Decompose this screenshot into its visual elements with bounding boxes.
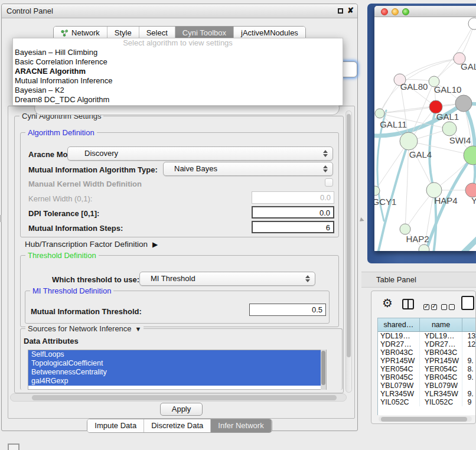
algorithm-list: Bayesian – Hill ClimbingBasic Correlatio…	[13, 48, 343, 105]
node-label-gal: GAL	[461, 61, 476, 71]
network-icon	[61, 30, 69, 37]
bottom-tab-infer-network[interactable]: Infer Network	[211, 419, 271, 432]
attribute-topologicalcoefficient[interactable]: TopologicalCoefficient	[28, 359, 326, 368]
mac-close-button[interactable]	[381, 8, 388, 15]
network-edge[interactable]	[444, 233, 476, 251]
table-panel-bar: Table Panel	[361, 272, 476, 288]
bottom-tab-strip-wrap: Impute DataDiscretize DataInfer Network	[2, 419, 357, 433]
network-node[interactable]	[400, 224, 410, 234]
table-cell: YBR043C	[378, 348, 420, 357]
table-row[interactable]: YBR045CYBR045C9.	[378, 373, 476, 381]
mac-zoom-button[interactable]	[402, 8, 409, 15]
data-attributes-list[interactable]: SelfLoopsTopologicalCoefficientBetweenne…	[28, 350, 327, 390]
tab-label: Style	[115, 28, 132, 37]
which-threshold-label: Which threshold to use:	[52, 275, 139, 284]
window-title: Control Panel	[6, 6, 53, 15]
deselect-checkboxes-icon[interactable]	[441, 302, 457, 312]
node-table: shared…nameA YDL19…YDL19…13YDR27…YDR27…1…	[377, 318, 476, 415]
table-horizontal-scrollbar-thumb[interactable]	[381, 417, 467, 422]
algorithm-option-aracne-algorithm[interactable]: ARACNE Algorithm	[13, 67, 343, 76]
table-cell: YBR045C	[378, 373, 420, 381]
mi-algorithm-type-select[interactable]: Naive Bayes	[163, 162, 333, 176]
aracne-mode-value: Discovery	[84, 149, 118, 158]
table-document-icon[interactable]	[461, 296, 474, 310]
table-row[interactable]: YBL079WYBL079W	[378, 381, 476, 390]
mi-steps-input[interactable]: 6	[252, 221, 334, 233]
node-label-hap4: HAP4	[434, 195, 457, 206]
table-row[interactable]: YPR145WYPR145W9.	[378, 357, 476, 365]
network-edge[interactable]	[434, 24, 474, 81]
spinner-icon	[305, 275, 309, 283]
table-panel: ⚙︎ shared…nameA YDL19…YDL19…13YDR27…YDR2…	[371, 291, 476, 424]
algorithm-option-basic-correlation-inference[interactable]: Basic Correlation Inference	[13, 57, 343, 67]
table-row[interactable]: YDR27…YDR27…12	[378, 340, 476, 348]
spinner-icon	[323, 165, 327, 173]
node-label-gal1: GAL1	[436, 112, 459, 122]
kernel-width-label: Kernel Width (0,1):	[28, 194, 92, 203]
network-node[interactable]	[464, 146, 476, 165]
table-row[interactable]: YIL052CYIL052C9	[378, 398, 476, 406]
node-label-swi4: SWI4	[449, 135, 471, 145]
split-columns-icon[interactable]	[402, 299, 414, 309]
settings-vertical-scrollbar-thumb[interactable]	[347, 114, 351, 357]
mac-minimize-button[interactable]	[392, 8, 399, 15]
column-header-a[interactable]: A	[462, 318, 476, 331]
attribute-betweennesscentrality[interactable]: BetweennessCentrality	[28, 368, 326, 377]
table-cell: YDR27…	[420, 340, 463, 348]
network-node[interactable]	[375, 109, 384, 118]
table-cell: YIL052C	[378, 398, 420, 406]
hub-definition-expander[interactable]: Hub/Transcription Factor Definition	[25, 240, 158, 249]
attribute-gal4rgexp[interactable]: gal4RGexp	[28, 377, 326, 386]
threshold-definition-title: Threshold Definition	[25, 251, 99, 260]
network-node[interactable]	[442, 122, 457, 136]
network-edge[interactable]	[405, 141, 409, 229]
algorithm-option-bayesian-hill-climbing[interactable]: Bayesian – Hill Climbing	[13, 48, 343, 57]
tab-label: jActiveMNodules	[241, 28, 298, 37]
sources-title[interactable]: Sources for Network Inference	[25, 324, 144, 333]
apply-button[interactable]: Apply	[160, 403, 203, 416]
table-panel-title: Table Panel	[376, 275, 416, 284]
aracne-mode-select[interactable]: Discovery	[67, 146, 333, 161]
algorithm-option-mutual-information-inference[interactable]: Mutual Information Inference	[13, 76, 343, 86]
algorithm-option-bayesian-k2[interactable]: Bayesian – K2	[13, 86, 343, 95]
node-label-gcy1: GCY1	[374, 197, 396, 207]
table-cell: 9.	[462, 390, 476, 398]
table-row[interactable]: YLR345WYLR345W9.	[378, 390, 476, 398]
table-row[interactable]: YBR043CYBR043C	[378, 348, 476, 357]
table-cell: YIL052C	[420, 398, 463, 406]
attribute-selfloops[interactable]: SelfLoops	[28, 350, 326, 359]
table-row[interactable]: YDL19…YDL19…13	[378, 332, 476, 340]
network-node[interactable]	[468, 18, 476, 30]
network-canvas[interactable]: GALGAL80GAL10GAL1GAL11SWI4GAL4GCY1HAP4YH…	[374, 17, 476, 251]
settings-gear-icon[interactable]: ⚙︎	[382, 296, 393, 310]
which-threshold-select[interactable]: MI Threshold	[139, 272, 315, 286]
column-header-shared[interactable]: shared…	[378, 318, 420, 331]
column-header-name[interactable]: name	[420, 318, 463, 331]
which-threshold-value: MI Threshold	[151, 274, 195, 283]
dpi-tolerance-input[interactable]: 0.0	[252, 206, 334, 219]
dpi-tolerance-label: DPI Tolerance [0,1]:	[28, 209, 99, 218]
algorithm-option-dream8-dc-tdc-algorithm[interactable]: Dream8 DC_TDC Algorithm	[13, 95, 343, 105]
table-cell: YER054C	[378, 365, 420, 373]
network-node[interactable]	[400, 132, 418, 150]
table-cell: YDR27…	[378, 340, 420, 348]
network-node[interactable]	[455, 95, 472, 112]
close-icon[interactable]: ✘	[347, 6, 354, 15]
manual-kernel-checkbox[interactable]	[325, 178, 333, 187]
table-cell: YBR045C	[420, 373, 463, 381]
mi-threshold-label: Mutual Information Threshold:	[31, 307, 142, 316]
spinner-icon	[323, 149, 327, 158]
bottom-tab-impute-data[interactable]: Impute Data	[87, 419, 144, 432]
table-cell: 9	[462, 398, 476, 406]
select-all-checkboxes-icon[interactable]	[423, 302, 439, 312]
settings-horizontal-scrollbar-thumb[interactable]	[32, 395, 337, 400]
mi-threshold-input[interactable]: 0.5	[249, 304, 326, 316]
node-label-gal11: GAL11	[380, 119, 407, 129]
table-horizontal-scrollbar	[379, 416, 472, 422]
table-row[interactable]: YER054CYER054C8.	[378, 365, 476, 373]
attributes-scrollbar-thumb[interactable]	[321, 351, 325, 385]
bottom-tab-discretize-data[interactable]: Discretize Data	[144, 419, 211, 432]
float-window-icon[interactable]	[338, 8, 343, 14]
algorithm-dropdown: Select algorithm to view settings Bayesi…	[12, 38, 343, 106]
algorithm-definition-title: Algorithm Definition	[25, 128, 97, 137]
